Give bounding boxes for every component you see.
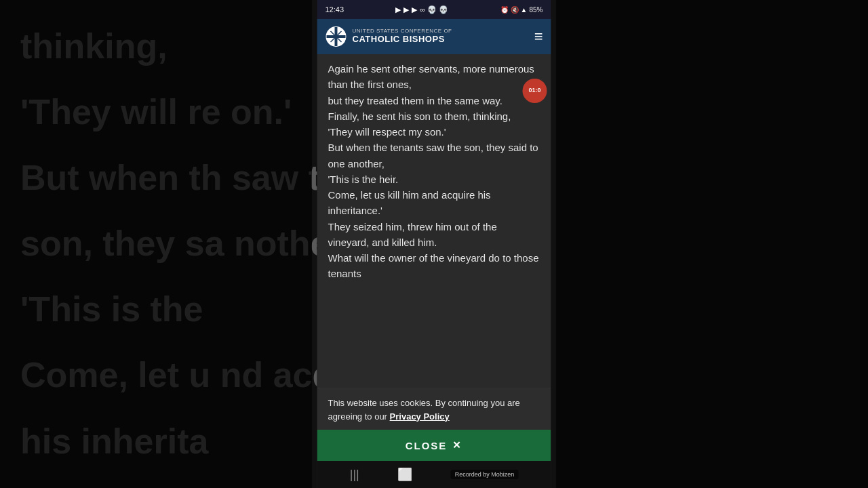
- scripture-line-1: Again he sent other servants, more numer…: [328, 61, 540, 93]
- nav-bar: UNITED STATES CONFERENCE OF CATHOLIC BIS…: [317, 19, 551, 54]
- sound-icon: 🔇: [511, 6, 519, 14]
- scripture-line-7: Come, let us kill him and acquire his in…: [328, 187, 540, 219]
- float-btn-label: 01:0: [528, 87, 540, 94]
- alarm-icon: ⏰: [500, 6, 509, 14]
- scripture-line-5: But when the tenants saw the son, they s…: [328, 140, 540, 171]
- phone-container: 12:43 ▶ ▶ ▶ ∞ 💀 💀 ⏰ 🔇 ▲ 85% UNITED STATE…: [317, 0, 551, 488]
- youtube-icon: ▶: [395, 5, 401, 14]
- privacy-policy-link[interactable]: Privacy Policy: [390, 411, 450, 422]
- wifi-icon: ▲: [521, 6, 528, 14]
- scripture-line-8: They seized him, threw him out of the vi…: [328, 219, 540, 251]
- close-label: CLOSE: [406, 440, 448, 451]
- close-icon: ✕: [452, 439, 462, 451]
- status-bar: 12:43 ▶ ▶ ▶ ∞ 💀 💀 ⏰ 🔇 ▲ 85%: [317, 0, 551, 19]
- bottom-nav-square: ⬜: [397, 467, 412, 482]
- logo-bottom-text: CATHOLIC BISHOPS: [353, 35, 452, 44]
- cookie-close-button[interactable]: CLOSE ✕: [317, 430, 551, 461]
- battery-level: 85%: [529, 6, 542, 14]
- youtube-icon-3: ▶: [412, 5, 417, 14]
- scripture-line-4: 'They will respect my son.': [328, 124, 540, 140]
- logo-text: UNITED STATES CONFERENCE OF CATHOLIC BIS…: [353, 28, 452, 44]
- logo-icon: [326, 26, 347, 47]
- scripture-line-9: What will the owner of the vineyard do t…: [328, 250, 540, 282]
- side-overlay-right: [556, 0, 868, 488]
- status-icons: ▶ ▶ ▶ ∞ 💀 💀: [395, 5, 448, 14]
- bottom-bar: ||| ⬜ Recorded by Mobizen: [317, 461, 551, 488]
- status-bar-right: ⏰ 🔇 ▲ 85%: [500, 6, 543, 14]
- cookie-text-area: This website uses cookies. By continuing…: [317, 388, 551, 430]
- notification-icons: ∞ 💀 💀: [420, 5, 448, 14]
- scripture-line-6: 'This is the heir.: [328, 171, 540, 187]
- content-area: Again he sent other servants, more numer…: [317, 54, 551, 461]
- bottom-nav-lines: |||: [350, 468, 359, 482]
- hamburger-icon[interactable]: ≡: [534, 29, 543, 44]
- cookie-banner: This website uses cookies. By continuing…: [317, 388, 551, 461]
- scripture-text: Again he sent other servants, more numer…: [328, 61, 540, 282]
- nav-logo: UNITED STATES CONFERENCE OF CATHOLIC BIS…: [326, 26, 452, 47]
- float-media-button[interactable]: 01:0: [523, 79, 547, 103]
- scripture-line-3: Finally, he sent his son to them, thinki…: [328, 108, 540, 124]
- status-time: 12:43: [326, 5, 344, 14]
- side-overlay-left: [0, 0, 312, 488]
- recorded-badge: Recorded by Mobizen: [451, 470, 519, 479]
- scripture-line-2: but they treated them in the same way.: [328, 93, 540, 108]
- youtube-icon-2: ▶: [403, 5, 409, 14]
